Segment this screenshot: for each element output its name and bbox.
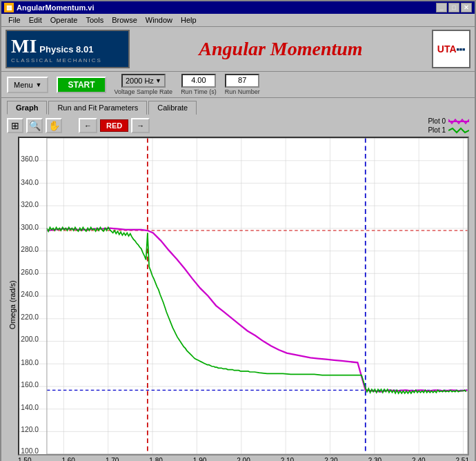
title-bar-left: ▦ AngularMomentum.vi xyxy=(4,3,94,12)
window-title: AngularMomentum.vi xyxy=(17,3,94,12)
x-tick-10: 2.51 xyxy=(456,457,469,461)
menu-dropdown-arrow: ▼ xyxy=(36,81,42,88)
crosshair-icon: ⊞ xyxy=(11,120,19,131)
tab-calibrate[interactable]: Calibrate xyxy=(148,101,197,115)
hand-tool[interactable]: ✋ xyxy=(46,118,62,133)
x-tick-2: 1.70 xyxy=(106,457,119,461)
window-controls: _ □ ✕ xyxy=(436,3,472,12)
hz-label: Voltage Sample Rate xyxy=(115,88,173,95)
x-tick-5: 2.00 xyxy=(237,457,250,461)
x-tick-3: 1.80 xyxy=(149,457,162,461)
x-tick-7: 2.20 xyxy=(324,457,337,461)
zoom-tool[interactable]: 🔍 xyxy=(26,118,43,133)
runnumber-group: 87 Run Number xyxy=(225,74,260,95)
menu-edit[interactable]: Edit xyxy=(25,15,46,25)
svg-text:260.0: 260.0 xyxy=(21,268,39,276)
menu-help[interactable]: Help xyxy=(177,15,201,25)
menu-tools[interactable]: Tools xyxy=(81,15,108,25)
legend-plot0-label: Plot 0 xyxy=(428,117,446,125)
x-axis-labels: 1.50 1.60 1.70 1.80 1.90 2.00 2.10 2.20 … xyxy=(18,455,469,461)
header-section: MI Physics 8.01 CLASSICAL MECHANICS Angu… xyxy=(1,27,475,72)
tab-graph[interactable]: Graph xyxy=(7,101,47,115)
tab-run-fit[interactable]: Run and Fit Parameters xyxy=(48,101,147,115)
close-button[interactable]: ✕ xyxy=(461,3,472,12)
x-tick-9: 2.40 xyxy=(412,457,425,461)
menu-button-label: Menu xyxy=(14,81,33,89)
legend-plot0-line xyxy=(448,118,469,125)
hz-value: 2000 Hz xyxy=(126,77,154,85)
x-tick-6: 2.10 xyxy=(281,457,294,461)
chart-toolbar: ⊞ 🔍 ✋ ← RED → Plot 0 xyxy=(7,117,469,134)
menu-button[interactable]: Menu ▼ xyxy=(7,77,48,93)
start-button[interactable]: START xyxy=(57,77,106,93)
legend-plot1-line xyxy=(448,127,469,134)
svg-text:180.0: 180.0 xyxy=(21,359,39,366)
chart-svg-wrapper[interactable]: 360.0 340.0 320.0 300.0 280.0 260.0 240.… xyxy=(18,137,469,455)
app-icon: ▦ xyxy=(4,3,14,12)
svg-text:360.0: 360.0 xyxy=(21,155,39,163)
hand-icon: ✋ xyxy=(48,120,60,131)
runtime-label: Run Time (s) xyxy=(181,88,217,95)
hz-select[interactable]: 2000 Hz ▼ xyxy=(121,74,166,88)
x-tick-1: 1.60 xyxy=(61,457,75,461)
controls-bar: Menu ▼ START 2000 Hz ▼ Voltage Sample Ra… xyxy=(1,72,475,98)
crosshair-tool[interactable]: ⊞ xyxy=(7,118,23,133)
uta-logo: UTA ■■■ xyxy=(432,30,470,68)
runtime-input[interactable]: 4.00 xyxy=(181,74,216,88)
menu-browse[interactable]: Browse xyxy=(108,15,141,25)
x-tick-0: 1.50 xyxy=(18,457,31,461)
svg-text:340.0: 340.0 xyxy=(21,179,39,186)
logo-sub: CLASSICAL MECHANICS xyxy=(11,57,102,63)
svg-text:120.0: 120.0 xyxy=(21,426,39,433)
x-tick-8: 2.30 xyxy=(368,457,381,461)
maximize-button[interactable]: □ xyxy=(448,3,459,12)
minimize-button[interactable]: _ xyxy=(436,3,447,12)
svg-text:140.0: 140.0 xyxy=(21,404,39,411)
svg-text:280.0: 280.0 xyxy=(21,246,39,253)
chart-tools-left: ⊞ 🔍 ✋ ← RED → xyxy=(7,118,150,133)
legend-plot1-label: Plot 1 xyxy=(428,126,446,134)
hz-dropdown-arrow: ▼ xyxy=(155,77,161,84)
cursor-right-button[interactable]: → xyxy=(131,118,150,133)
y-axis-label: Omega (rad/s) xyxy=(7,137,18,461)
app-title: Angular Momentum xyxy=(135,38,426,60)
runnumber-input[interactable]: 87 xyxy=(225,74,259,88)
runnumber-label: Run Number xyxy=(225,88,260,95)
chart-svg: 360.0 340.0 320.0 300.0 280.0 260.0 240.… xyxy=(19,138,468,454)
svg-text:240.0: 240.0 xyxy=(21,291,39,298)
cursor-controls: ← RED → xyxy=(79,118,150,133)
zoom-icon: 🔍 xyxy=(29,120,41,131)
svg-text:160.0: 160.0 xyxy=(21,381,39,389)
cursor-left-button[interactable]: ← xyxy=(79,118,97,133)
menu-file[interactable]: File xyxy=(4,15,25,25)
hz-control: 2000 Hz ▼ Voltage Sample Rate xyxy=(115,74,173,95)
chart-area: ⊞ 🔍 ✋ ← RED → Plot 0 xyxy=(1,115,475,461)
tabs-bar: Graph Run and Fit Parameters Calibrate xyxy=(1,98,475,115)
svg-text:200.0: 200.0 xyxy=(21,335,39,343)
svg-text:300.0: 300.0 xyxy=(21,224,39,231)
runtime-group: 4.00 Run Time (s) xyxy=(181,74,217,95)
legend-plot1: Plot 1 xyxy=(428,126,469,134)
logo-physics: Physics 8.01 xyxy=(39,44,93,55)
cursor-label: RED xyxy=(100,119,128,132)
svg-text:220.0: 220.0 xyxy=(21,313,39,321)
menu-bar: File Edit Operate Tools Browse Window He… xyxy=(1,14,475,27)
main-window: ▦ AngularMomentum.vi _ □ ✕ File Edit Ope… xyxy=(0,0,476,461)
chart-wrapper: Omega (rad/s) xyxy=(7,137,469,461)
logo-box: MI Physics 8.01 CLASSICAL MECHANICS xyxy=(6,30,130,68)
menu-operate[interactable]: Operate xyxy=(46,15,82,25)
logo-mi: MI xyxy=(11,35,37,57)
legend-area: Plot 0 Plot 1 xyxy=(428,117,469,134)
legend-plot0: Plot 0 xyxy=(428,117,469,125)
svg-text:320.0: 320.0 xyxy=(21,201,39,208)
title-bar: ▦ AngularMomentum.vi _ □ ✕ xyxy=(1,1,475,14)
svg-text:100.0: 100.0 xyxy=(21,447,39,454)
x-tick-4: 1.90 xyxy=(193,457,206,461)
start-button-label: START xyxy=(68,80,95,90)
chart-content: 360.0 340.0 320.0 300.0 280.0 260.0 240.… xyxy=(18,137,469,461)
menu-window[interactable]: Window xyxy=(141,15,177,25)
